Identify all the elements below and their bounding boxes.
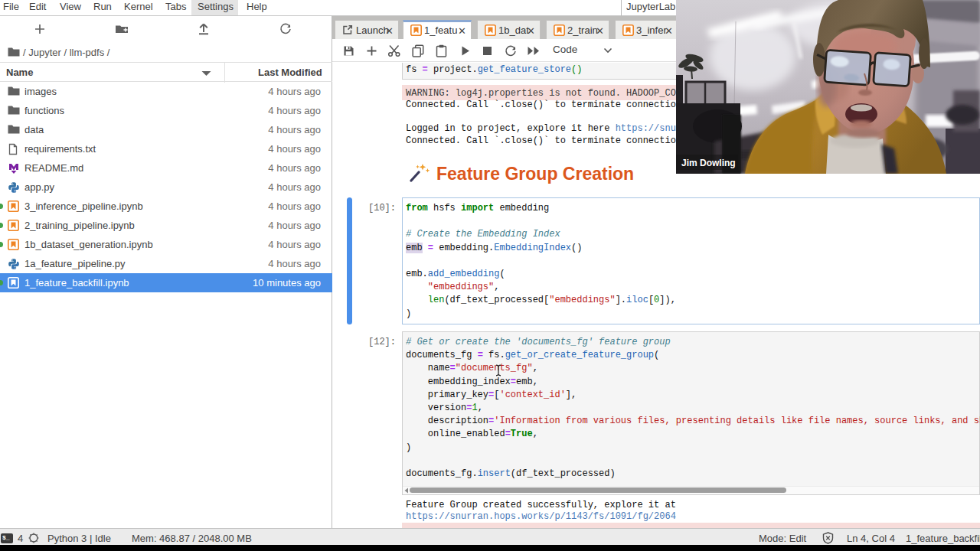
- svg-text:Jim Dowling: Jim Dowling: [681, 158, 736, 168]
